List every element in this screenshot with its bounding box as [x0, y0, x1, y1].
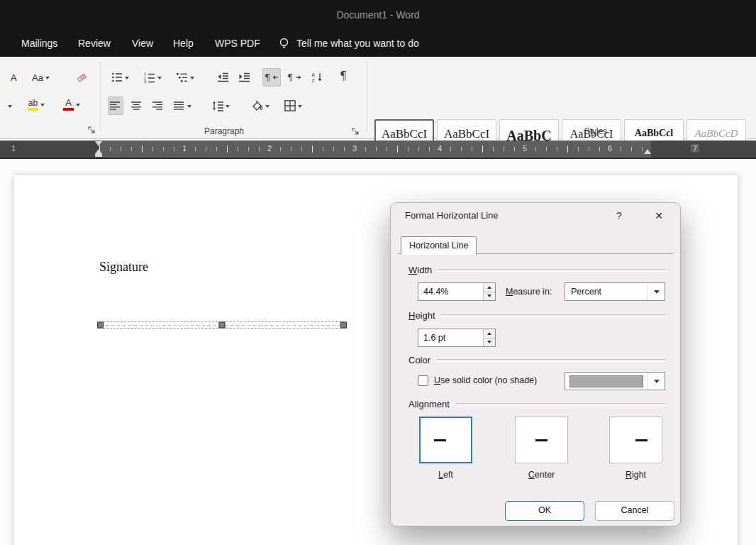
ok-button[interactable]: OK — [505, 501, 584, 521]
horizontal-line-object[interactable] — [99, 321, 345, 329]
align-right-label[interactable]: Right — [609, 470, 662, 480]
close-icon[interactable]: ✕ — [650, 207, 667, 224]
help-button[interactable]: ? — [612, 209, 626, 223]
spin-up-button[interactable] — [484, 329, 495, 338]
chevron-down-icon — [125, 77, 129, 82]
highlight-color-button[interactable]: ab — [26, 95, 47, 114]
width-label: Width — [408, 265, 432, 275]
sort-button[interactable]: A Z — [309, 68, 325, 87]
font-color-button[interactable]: A — [61, 95, 82, 114]
align-option-center[interactable] — [515, 417, 568, 463]
solid-color-label[interactable]: Use solid color (no shade) — [434, 375, 537, 385]
tab-help[interactable]: Help — [173, 30, 194, 57]
hr-line-right-icon — [635, 439, 647, 441]
align-center-button[interactable] — [129, 97, 145, 115]
horizontal-ruler[interactable]: 1 1 2 3 4 5 6 7 — [0, 141, 756, 159]
resize-handle-right[interactable] — [340, 322, 347, 329]
style-preview: AaBbCcI — [376, 128, 433, 141]
title-bar: Document1 - Word — [0, 0, 756, 30]
height-spinner — [483, 329, 495, 346]
ruler-number: 6 — [606, 144, 614, 153]
styles-group-label: Styles — [579, 126, 613, 136]
decrease-indent-button[interactable] — [216, 68, 231, 87]
svg-text:Z: Z — [312, 78, 315, 83]
style-preview: AaBbCcI — [438, 128, 496, 141]
cancel-button[interactable]: Cancel — [595, 501, 674, 521]
bullets-button[interactable] — [109, 68, 131, 87]
chevron-down-icon — [265, 105, 269, 110]
show-formatting-marks-button[interactable]: ¶ — [338, 67, 349, 85]
ruler-number: 2 — [265, 144, 274, 153]
svg-text:3: 3 — [144, 79, 146, 83]
increase-indent-icon — [239, 72, 250, 83]
change-case-button[interactable]: Aa — [30, 68, 52, 87]
paragraph-dialog-launcher[interactable] — [352, 128, 360, 136]
width-field-wrap — [418, 282, 496, 301]
ruler-number: 4 — [435, 144, 444, 153]
align-left-button[interactable] — [108, 97, 123, 115]
left-indent-marker[interactable] — [95, 154, 102, 157]
group-separator — [367, 61, 367, 132]
clear-formatting-button[interactable] — [74, 68, 89, 87]
text-effects-dropdown[interactable] — [6, 97, 14, 115]
rtl-text-direction-button[interactable]: ¶ — [285, 68, 304, 87]
shrink-font-button[interactable]: A — [9, 68, 19, 87]
justify-button[interactable] — [172, 97, 194, 115]
word-window: Document1 - Word Mailings Review View He… — [0, 0, 756, 545]
hanging-indent-marker[interactable] — [95, 149, 102, 154]
ruler-number: 7 — [691, 144, 699, 153]
highlighter-icon: ab — [28, 99, 38, 111]
format-horizontal-line-dialog: Format Horizontal Line ? ✕ Horizontal Li… — [390, 202, 681, 527]
tab-review[interactable]: Review — [78, 30, 111, 57]
chevron-down-icon — [187, 105, 191, 110]
shading-button[interactable] — [250, 97, 272, 115]
ribbon-tab-bar: Mailings Review View Help WPS PDF Tell m… — [0, 30, 756, 57]
chevron-down-icon — [8, 105, 12, 110]
tab-view[interactable]: View — [132, 30, 153, 57]
svg-text:A: A — [312, 72, 316, 77]
numbered-list-icon: 1 2 3 — [144, 72, 155, 83]
lightbulb-icon — [279, 38, 289, 50]
align-option-right[interactable] — [609, 417, 662, 463]
measure-in-value: Percent — [565, 287, 647, 297]
multilevel-list-button[interactable] — [174, 68, 196, 87]
align-left-label[interactable]: Left — [419, 470, 472, 480]
resize-handle-center[interactable] — [219, 322, 226, 329]
right-indent-marker[interactable] — [644, 149, 651, 154]
tab-horizontal-line[interactable]: Horizontal Line — [401, 236, 477, 255]
measure-in-dropdown[interactable]: Percent — [565, 282, 665, 301]
spin-up-button[interactable] — [484, 283, 495, 292]
align-center-label[interactable]: Center — [515, 470, 568, 480]
spin-down-button[interactable] — [484, 292, 495, 301]
align-right-button[interactable] — [150, 97, 166, 115]
tab-mailings[interactable]: Mailings — [21, 30, 57, 57]
tab-wps-pdf[interactable]: WPS PDF — [215, 30, 260, 57]
signature-text: Signature — [99, 260, 148, 275]
spin-down-button[interactable] — [484, 338, 495, 347]
tell-me-box[interactable]: Tell me what you want to do — [279, 30, 419, 57]
dialog-title: Format Horizontal Line — [405, 210, 499, 221]
chevron-down-icon — [45, 77, 50, 82]
spin-up-icon — [487, 284, 491, 289]
ruler-number: 1 — [180, 144, 189, 153]
spin-up-icon — [487, 330, 491, 335]
color-dropdown[interactable] — [565, 372, 665, 390]
multilevel-list-icon — [177, 72, 188, 83]
font-color-icon: A — [63, 98, 74, 111]
first-line-indent-marker[interactable] — [95, 141, 102, 146]
align-option-left[interactable] — [419, 417, 472, 463]
font-dialog-launcher[interactable] — [88, 126, 96, 134]
paint-bucket-icon — [252, 100, 263, 111]
dropdown-arrow — [647, 373, 665, 390]
numbering-button[interactable]: 1 2 3 — [142, 68, 164, 87]
line-spacing-button[interactable] — [210, 97, 232, 115]
increase-indent-button[interactable] — [237, 68, 252, 87]
color-swatch — [569, 375, 643, 387]
solid-color-checkbox[interactable] — [418, 375, 428, 386]
resize-handle-left[interactable] — [97, 322, 104, 329]
chevron-down-icon — [190, 77, 194, 82]
ltr-text-direction-button[interactable]: ¶ — [262, 68, 281, 87]
chevron-down-icon — [226, 105, 230, 110]
height-field-wrap — [418, 329, 496, 347]
borders-button[interactable] — [282, 97, 304, 115]
